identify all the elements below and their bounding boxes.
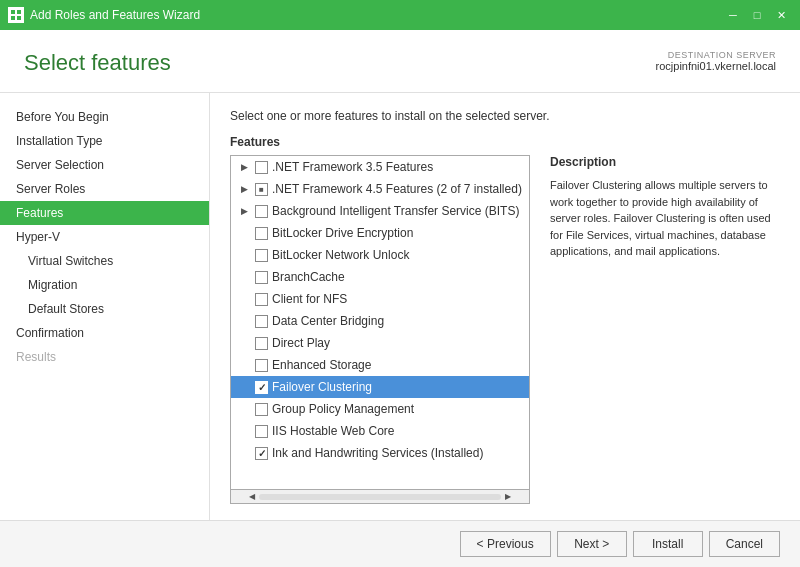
- features-list-wrapper: ▶.NET Framework 3.5 Features▶.NET Framew…: [230, 155, 530, 504]
- feature-checkbox[interactable]: [255, 293, 268, 306]
- sidebar-item-before-you-begin[interactable]: Before You Begin: [0, 105, 209, 129]
- scroll-right-btn[interactable]: ▶: [501, 490, 515, 504]
- feature-label: BitLocker Drive Encryption: [272, 226, 413, 240]
- sidebar-item-default-stores[interactable]: Default Stores: [0, 297, 209, 321]
- scroll-track[interactable]: [259, 494, 501, 500]
- feature-label: Group Policy Management: [272, 402, 414, 416]
- feature-label: .NET Framework 4.5 Features (2 of 7 inst…: [272, 182, 522, 196]
- feature-checkbox[interactable]: [255, 183, 268, 196]
- app-icon: [8, 7, 24, 23]
- instruction-text: Select one or more features to install o…: [230, 109, 780, 123]
- description-panel: Description Failover Clustering allows m…: [546, 155, 780, 504]
- window-controls: ─ □ ✕: [722, 4, 792, 26]
- scroll-left-btn[interactable]: ◀: [245, 490, 259, 504]
- sidebar-item-hyper-v[interactable]: Hyper-V: [0, 225, 209, 249]
- sidebar-item-results: Results: [0, 345, 209, 369]
- feature-label: IIS Hostable Web Core: [272, 424, 395, 438]
- description-text: Failover Clustering allows multiple serv…: [550, 177, 776, 260]
- feature-checkbox[interactable]: [255, 425, 268, 438]
- feature-checkbox[interactable]: [255, 403, 268, 416]
- feature-item-bitlocker-unlock[interactable]: BitLocker Network Unlock: [231, 244, 529, 266]
- description-title: Description: [550, 155, 776, 169]
- feature-item-branchcache[interactable]: BranchCache: [231, 266, 529, 288]
- title-bar-left: Add Roles and Features Wizard: [8, 7, 200, 23]
- features-label: Features: [230, 135, 780, 149]
- feature-checkbox[interactable]: [255, 359, 268, 372]
- feature-label: BitLocker Network Unlock: [272, 248, 409, 262]
- destination-server-info: DESTINATION SERVER rocjpinfni01.vkernel.…: [656, 50, 776, 72]
- sidebar-item-server-roles[interactable]: Server Roles: [0, 177, 209, 201]
- sidebar-item-virtual-switches[interactable]: Virtual Switches: [0, 249, 209, 273]
- feature-checkbox[interactable]: [255, 315, 268, 328]
- feature-item-bits[interactable]: ▶Background Intelligent Transfer Service…: [231, 200, 529, 222]
- expand-arrow[interactable]: ▶: [237, 204, 251, 218]
- sidebar-item-installation-type[interactable]: Installation Type: [0, 129, 209, 153]
- feature-item-group-policy[interactable]: Group Policy Management: [231, 398, 529, 420]
- feature-item-enhanced-storage[interactable]: Enhanced Storage: [231, 354, 529, 376]
- feature-checkbox[interactable]: [255, 249, 268, 262]
- feature-label: .NET Framework 3.5 Features: [272, 160, 433, 174]
- feature-checkbox[interactable]: [255, 161, 268, 174]
- feature-item-net35[interactable]: ▶.NET Framework 3.5 Features: [231, 156, 529, 178]
- sidebar-item-features[interactable]: Features: [0, 201, 209, 225]
- window-title: Add Roles and Features Wizard: [30, 8, 200, 22]
- sidebar-item-server-selection[interactable]: Server Selection: [0, 153, 209, 177]
- next-button[interactable]: Next >: [557, 531, 627, 557]
- maximize-button[interactable]: □: [746, 4, 768, 26]
- feature-item-client-nfs[interactable]: Client for NFS: [231, 288, 529, 310]
- content-area: Before You BeginInstallation TypeServer …: [0, 93, 800, 520]
- expand-arrow[interactable]: ▶: [237, 182, 251, 196]
- svg-rect-1: [17, 10, 21, 14]
- minimize-button[interactable]: ─: [722, 4, 744, 26]
- server-name: rocjpinfni01.vkernel.local: [656, 60, 776, 72]
- features-list[interactable]: ▶.NET Framework 3.5 Features▶.NET Framew…: [231, 156, 529, 489]
- feature-label: Direct Play: [272, 336, 330, 350]
- feature-checkbox[interactable]: [255, 271, 268, 284]
- feature-checkbox[interactable]: [255, 381, 268, 394]
- close-button[interactable]: ✕: [770, 4, 792, 26]
- feature-item-net45[interactable]: ▶.NET Framework 4.5 Features (2 of 7 ins…: [231, 178, 529, 200]
- title-bar: Add Roles and Features Wizard ─ □ ✕: [0, 0, 800, 30]
- feature-item-dcb[interactable]: Data Center Bridging: [231, 310, 529, 332]
- svg-rect-3: [17, 16, 21, 20]
- install-button[interactable]: Install: [633, 531, 703, 557]
- feature-label: Ink and Handwriting Services (Installed): [272, 446, 483, 460]
- destination-label: DESTINATION SERVER: [656, 50, 776, 60]
- header-area: Select features DESTINATION SERVER rocjp…: [0, 30, 800, 93]
- sidebar-item-migration[interactable]: Migration: [0, 273, 209, 297]
- sidebar: Before You BeginInstallation TypeServer …: [0, 93, 210, 520]
- features-container: ▶.NET Framework 3.5 Features▶.NET Framew…: [230, 155, 780, 504]
- feature-checkbox[interactable]: [255, 447, 268, 460]
- horizontal-scrollbar[interactable]: ◀ ▶: [231, 489, 529, 503]
- feature-item-failover-clustering[interactable]: Failover Clustering: [231, 376, 529, 398]
- svg-rect-0: [11, 10, 15, 14]
- main-panel: Select one or more features to install o…: [210, 93, 800, 520]
- feature-checkbox[interactable]: [255, 227, 268, 240]
- feature-item-bitlocker[interactable]: BitLocker Drive Encryption: [231, 222, 529, 244]
- feature-label: Client for NFS: [272, 292, 347, 306]
- feature-item-direct-play[interactable]: Direct Play: [231, 332, 529, 354]
- feature-label: Data Center Bridging: [272, 314, 384, 328]
- main-container: Select features DESTINATION SERVER rocjp…: [0, 30, 800, 567]
- feature-checkbox[interactable]: [255, 337, 268, 350]
- feature-item-ink-handwriting[interactable]: Ink and Handwriting Services (Installed): [231, 442, 529, 464]
- svg-rect-2: [11, 16, 15, 20]
- footer: < Previous Next > Install Cancel: [0, 520, 800, 567]
- feature-checkbox[interactable]: [255, 205, 268, 218]
- cancel-button[interactable]: Cancel: [709, 531, 780, 557]
- expand-arrow[interactable]: ▶: [237, 160, 251, 174]
- sidebar-item-confirmation[interactable]: Confirmation: [0, 321, 209, 345]
- feature-label: BranchCache: [272, 270, 345, 284]
- feature-label: Background Intelligent Transfer Service …: [272, 204, 519, 218]
- feature-label: Enhanced Storage: [272, 358, 371, 372]
- previous-button[interactable]: < Previous: [460, 531, 551, 557]
- page-title: Select features: [24, 50, 171, 76]
- feature-item-iis-hostable[interactable]: IIS Hostable Web Core: [231, 420, 529, 442]
- feature-label: Failover Clustering: [272, 380, 372, 394]
